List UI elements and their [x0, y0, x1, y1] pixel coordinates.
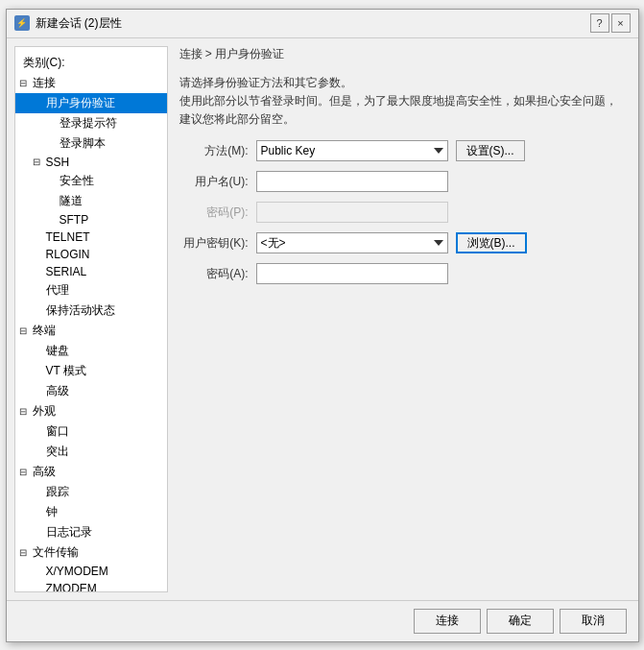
tree-toggle-file-transfer: ⊟ — [19, 547, 33, 558]
tree-label-terminal: 终端 — [33, 323, 56, 339]
tree-item-advanced-terminal[interactable]: 高级 — [15, 381, 167, 401]
passphrase-row: 密码(A): — [179, 263, 627, 284]
cancel-button[interactable]: 取消 — [560, 609, 627, 634]
tree-item-login-script[interactable]: 登录脚本 — [15, 133, 167, 154]
tree-toggle-advanced-main: ⊟ — [19, 467, 33, 477]
user-key-select[interactable]: <无> — [256, 232, 448, 253]
tree-item-highlight[interactable]: 突出 — [15, 442, 167, 462]
tree-item-file-transfer[interactable]: ⊟ 文件传输 — [15, 542, 167, 563]
tree-item-advanced-main[interactable]: ⊟ 高级 — [15, 462, 167, 482]
tree-label-appearance: 外观 — [33, 403, 56, 420]
tree-label-clock: 钟 — [46, 504, 58, 520]
tree-item-window[interactable]: 窗口 — [15, 421, 167, 442]
form-area: 方法(M): Public Key Password Keyboard Inte… — [179, 140, 627, 591]
user-key-row: 用户密钥(K): <无> 浏览(B)... — [179, 232, 627, 253]
tree-item-clock[interactable]: 钟 — [15, 502, 167, 522]
tree-label-keepalive: 保持活动状态 — [46, 302, 115, 319]
tree-item-security[interactable]: 安全性 — [15, 171, 167, 191]
app-icon: ⚡ — [14, 15, 30, 31]
tree-label-zmodem: ZMODEM — [46, 582, 97, 592]
username-label: 用户名(U): — [179, 174, 256, 190]
tree-item-serial[interactable]: SERIAL — [15, 263, 167, 280]
close-button[interactable]: × — [611, 13, 631, 33]
password-row: 密码(P): — [179, 202, 627, 223]
tree-item-appearance[interactable]: ⊟ 外观 — [15, 401, 167, 421]
method-select[interactable]: Public Key Password Keyboard Interactive… — [256, 140, 448, 161]
method-label: 方法(M): — [179, 143, 256, 159]
tree-item-login-prompt[interactable]: 登录提示符 — [15, 113, 167, 133]
passphrase-input[interactable] — [256, 263, 448, 284]
category-label: 类别(C): — [15, 51, 167, 73]
tree-item-rlogin[interactable]: RLOGIN — [15, 246, 167, 263]
tree-label-highlight: 突出 — [46, 444, 69, 460]
tree-label-xymodem: X/YMODEM — [46, 565, 108, 578]
tree-item-proxy[interactable]: 代理 — [15, 280, 167, 301]
tree-label-login-script: 登录脚本 — [60, 135, 106, 152]
dialog-title: 新建会话 (2)层性 — [36, 15, 122, 32]
dialog-body: 类别(C): ⊟ 连接 用户身份验证 登录提示符 登录脚本 ⊟ SSH — [7, 38, 638, 600]
tree-toggle-appearance: ⊟ — [19, 406, 33, 417]
help-button[interactable]: ? — [590, 13, 609, 33]
tree-toggle-ssh: ⊟ — [33, 156, 46, 167]
tree-label-keyboard: 键盘 — [46, 343, 69, 359]
breadcrumb: 连接 > 用户身份验证 — [179, 46, 627, 66]
settings-button[interactable]: 设置(S)... — [456, 140, 525, 161]
username-row: 用户名(U): — [179, 171, 627, 192]
tree-item-terminal[interactable]: ⊟ 终端 — [15, 321, 167, 341]
tree-label-advanced-terminal: 高级 — [46, 383, 69, 399]
description-line1: 请选择身份验证方法和其它参数。 — [179, 74, 627, 92]
method-row: 方法(M): Public Key Password Keyboard Inte… — [179, 140, 627, 161]
username-input[interactable] — [256, 171, 448, 192]
tree-label-connection: 连接 — [33, 75, 56, 91]
user-key-label: 用户密钥(K): — [179, 235, 256, 252]
tree-item-keyboard[interactable]: 键盘 — [15, 341, 167, 361]
tree-label-sftp: SFTP — [60, 213, 89, 227]
tree-label-advanced-main: 高级 — [33, 464, 56, 480]
passphrase-label: 密码(A): — [179, 266, 256, 282]
tree-label-vt-mode: VT 模式 — [46, 363, 86, 379]
tree-item-telnet[interactable]: TELNET — [15, 229, 167, 246]
tree-item-vt-mode[interactable]: VT 模式 — [15, 361, 167, 381]
browse-button[interactable]: 浏览(B)... — [456, 232, 527, 253]
tree-label-trace: 跟踪 — [46, 484, 69, 500]
tree-item-tunnel[interactable]: 隧道 — [15, 191, 167, 211]
tree-toggle-connection: ⊟ — [19, 78, 33, 88]
tree-label-serial: SERIAL — [46, 265, 87, 278]
right-panel: 连接 > 用户身份验证 请选择身份验证方法和其它参数。 使用此部分以节省登录时间… — [168, 38, 638, 600]
tree-label-login-prompt: 登录提示符 — [60, 115, 117, 132]
tree-item-trace[interactable]: 跟踪 — [15, 482, 167, 502]
description-line3: 建议您将此部分留空。 — [179, 110, 627, 129]
description: 请选择身份验证方法和其它参数。 使用此部分以节省登录时间。但是，为了最大限度地提… — [179, 74, 627, 130]
tree-item-connection[interactable]: ⊟ 连接 — [15, 73, 167, 93]
tree-label-log: 日志记录 — [46, 524, 92, 541]
tree-label-proxy: 代理 — [46, 282, 69, 299]
tree-panel: 类别(C): ⊟ 连接 用户身份验证 登录提示符 登录脚本 ⊟ SSH — [14, 46, 168, 592]
tree-label-window: 窗口 — [46, 423, 69, 440]
description-line2: 使用此部分以节省登录时间。但是，为了最大限度地提高安全性，如果担心安全问题， — [179, 92, 627, 110]
password-label: 密码(P): — [179, 205, 256, 221]
password-input[interactable] — [256, 202, 448, 223]
tree-label-user-auth: 用户身份验证 — [46, 95, 115, 111]
ok-button[interactable]: 确定 — [487, 609, 554, 634]
tree-label-telnet: TELNET — [46, 230, 90, 244]
connect-button[interactable]: 连接 — [414, 609, 481, 634]
tree-label-security: 安全性 — [60, 173, 94, 189]
tree-label-rlogin: RLOGIN — [46, 248, 90, 261]
tree-label-tunnel: 隧道 — [60, 193, 83, 209]
tree-label-file-transfer: 文件传输 — [33, 544, 79, 561]
tree-item-log[interactable]: 日志记录 — [15, 522, 167, 542]
tree-item-zmodem[interactable]: ZMODEM — [15, 580, 167, 592]
tree-item-keepalive[interactable]: 保持活动状态 — [15, 301, 167, 321]
tree-item-ssh[interactable]: ⊟ SSH — [15, 154, 167, 171]
tree-label-ssh: SSH — [46, 156, 70, 169]
tree-item-xymodem[interactable]: X/YMODEM — [15, 563, 167, 580]
title-bar: ⚡ 新建会话 (2)层性 ? × — [7, 10, 638, 38]
dialog-footer: 连接 确定 取消 — [7, 600, 638, 641]
dialog: ⚡ 新建会话 (2)层性 ? × 类别(C): ⊟ 连接 用户身份验证 登录提示… — [6, 9, 639, 642]
tree-item-user-auth[interactable]: 用户身份验证 — [15, 93, 167, 113]
tree-item-sftp[interactable]: SFTP — [15, 211, 167, 229]
tree-toggle-terminal: ⊟ — [19, 325, 33, 336]
